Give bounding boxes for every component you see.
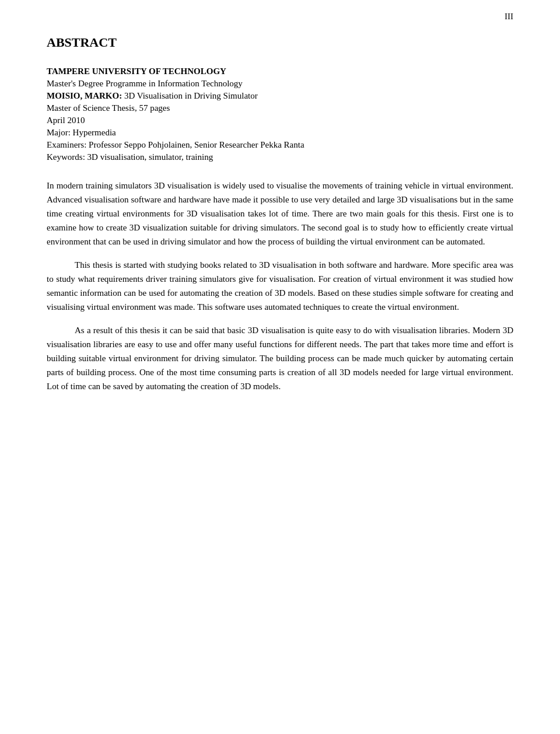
abstract-body: In modern training simulators 3D visuali…	[47, 179, 513, 393]
paragraph-1: In modern training simulators 3D visuali…	[47, 179, 513, 249]
thesis-date: April 2010	[47, 116, 513, 125]
paragraph-2: This thesis is started with studying boo…	[47, 258, 513, 314]
page: III ABSTRACT TAMPERE UNIVERSITY OF TECHN…	[0, 0, 560, 734]
thesis-examiners: Examiners: Professor Seppo Pohjolainen, …	[47, 140, 513, 150]
abstract-title: ABSTRACT	[47, 35, 513, 50]
thesis-author: MOISIO, MARKO: 3D Visualisation in Drivi…	[47, 91, 513, 101]
page-number: III	[505, 12, 513, 22]
degree-programme: Master's Degree Programme in Information…	[47, 79, 513, 89]
thesis-major: Major: Hypermedia	[47, 128, 513, 138]
paragraph-3: As a result of this thesis it can be sai…	[47, 323, 513, 393]
thesis-info: Master of Science Thesis, 57 pages	[47, 103, 513, 113]
thesis-keywords: Keywords: 3D visualisation, simulator, t…	[47, 152, 513, 162]
university-name: TAMPERE UNIVERSITY OF TECHNOLOGY	[47, 67, 513, 76]
